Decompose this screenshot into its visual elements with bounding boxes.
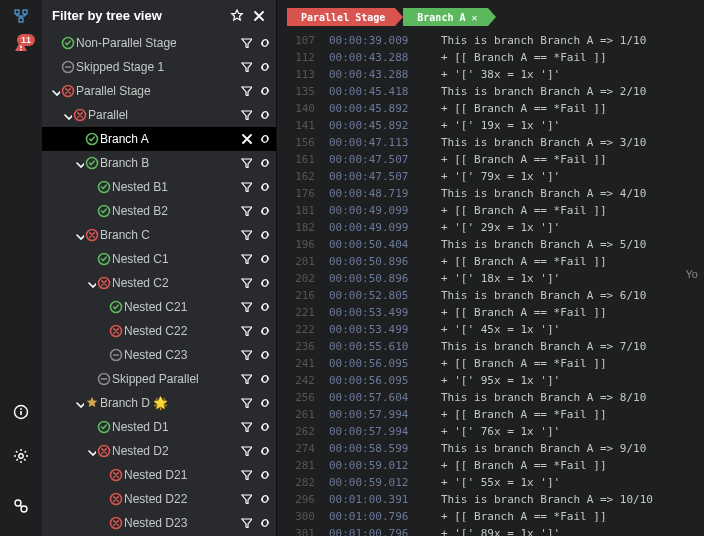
- link-chain-icon[interactable]: [13, 498, 29, 528]
- chevron-down-icon[interactable]: [74, 158, 84, 168]
- tree-row[interactable]: Skipped Stage 1: [42, 55, 276, 79]
- close-icon[interactable]: [252, 9, 266, 23]
- filter-icon[interactable]: [240, 468, 252, 483]
- link-icon[interactable]: [258, 420, 270, 435]
- link-icon[interactable]: [258, 60, 270, 75]
- link-icon[interactable]: [258, 252, 270, 267]
- tree-row[interactable]: Nested B2: [42, 199, 276, 223]
- timestamp: 00:00:50.896: [329, 253, 427, 270]
- breadcrumb-label: Branch A: [417, 12, 465, 23]
- filter-icon[interactable]: [240, 516, 252, 531]
- chevron-down-icon[interactable]: [86, 278, 96, 288]
- filter-icon[interactable]: [240, 180, 252, 195]
- filter-icon[interactable]: [240, 108, 252, 123]
- line-number: 296: [287, 491, 315, 508]
- tree-row[interactable]: Nested B1: [42, 175, 276, 199]
- link-icon[interactable]: [258, 372, 270, 387]
- link-icon[interactable]: [258, 324, 270, 339]
- close-icon[interactable]: ✕: [471, 12, 477, 23]
- link-icon[interactable]: [258, 492, 270, 507]
- timestamp: 00:00:47.113: [329, 134, 427, 151]
- gear-icon[interactable]: [13, 448, 29, 478]
- timestamp: 00:00:53.499: [329, 321, 427, 338]
- tree-row[interactable]: Parallel Stage: [42, 79, 276, 103]
- link-icon[interactable]: [258, 108, 270, 123]
- tree-item-label: Nested D23: [124, 516, 240, 530]
- alerts-icon[interactable]: 11: [13, 38, 29, 68]
- link-icon[interactable]: [258, 348, 270, 363]
- tree-row[interactable]: Nested D21: [42, 463, 276, 487]
- status-ok-icon: [96, 204, 112, 218]
- link-icon[interactable]: [258, 468, 270, 483]
- tree-item-label: Nested D1: [112, 420, 240, 434]
- close-icon[interactable]: [240, 132, 252, 147]
- log-output[interactable]: 10700:00:39.009This is branch Branch A =…: [287, 32, 694, 536]
- filter-icon[interactable]: [240, 228, 252, 243]
- chevron-down-icon[interactable]: [74, 398, 84, 408]
- filter-icon[interactable]: [240, 60, 252, 75]
- filter-icon[interactable]: [240, 276, 252, 291]
- filter-icon[interactable]: [240, 348, 252, 363]
- tree-row[interactable]: Nested C23: [42, 343, 276, 367]
- breadcrumb-segment[interactable]: Parallel Stage: [287, 8, 395, 26]
- filter-icon[interactable]: [240, 252, 252, 267]
- tree-row[interactable]: Branch B: [42, 151, 276, 175]
- filter-icon[interactable]: [240, 372, 252, 387]
- timestamp: 00:00:43.288: [329, 66, 427, 83]
- tree-row[interactable]: Skipped Parallel: [42, 367, 276, 391]
- filter-icon[interactable]: [240, 396, 252, 411]
- filter-icon[interactable]: [240, 420, 252, 435]
- link-icon[interactable]: [258, 228, 270, 243]
- filter-icon[interactable]: [240, 36, 252, 51]
- filter-icon[interactable]: [240, 444, 252, 459]
- filter-icon[interactable]: [240, 324, 252, 339]
- filter-icon[interactable]: [240, 204, 252, 219]
- filter-icon[interactable]: [240, 84, 252, 99]
- tree-row[interactable]: Nested D22: [42, 487, 276, 511]
- link-icon[interactable]: [258, 396, 270, 411]
- link-icon[interactable]: [258, 516, 270, 531]
- tree-row[interactable]: Non-Parallel Stage: [42, 31, 276, 55]
- tree-row[interactable]: Branch A: [42, 127, 276, 151]
- chevron-down-icon[interactable]: [62, 110, 72, 120]
- filter-icon[interactable]: [240, 492, 252, 507]
- tree-row[interactable]: Branch D 🌟: [42, 391, 276, 415]
- filter-icon[interactable]: [240, 300, 252, 315]
- tree-row[interactable]: Nested D23: [42, 511, 276, 535]
- log-message: + '[' 89x = 1x ']': [441, 525, 560, 536]
- timestamp: 00:00:50.896: [329, 270, 427, 287]
- link-icon[interactable]: [258, 204, 270, 219]
- log-line: 28100:00:59.012+ [[ Branch A == *Fail ]]: [287, 457, 694, 474]
- tree-item-label: Nested D22: [124, 492, 240, 506]
- timestamp: 00:00:50.404: [329, 236, 427, 253]
- tree-row[interactable]: Nested C21: [42, 295, 276, 319]
- chevron-down-icon[interactable]: [74, 230, 84, 240]
- link-icon[interactable]: [258, 300, 270, 315]
- tree-row[interactable]: Nested C2: [42, 271, 276, 295]
- timestamp: 00:01:00.796: [329, 508, 427, 525]
- chevron-down-icon[interactable]: [86, 446, 96, 456]
- link-icon[interactable]: [258, 444, 270, 459]
- link-icon[interactable]: [258, 36, 270, 51]
- timestamp: 00:00:45.892: [329, 117, 427, 134]
- tree-body[interactable]: Non-Parallel StageSkipped Stage 1Paralle…: [42, 31, 276, 536]
- tree-row[interactable]: Nested D1: [42, 415, 276, 439]
- log-message: This is branch Branch A => 5/10: [441, 236, 646, 253]
- link-icon[interactable]: [258, 156, 270, 171]
- link-icon[interactable]: [258, 132, 270, 147]
- info-icon[interactable]: [13, 404, 29, 434]
- tree-row[interactable]: Nested C22: [42, 319, 276, 343]
- link-icon[interactable]: [258, 180, 270, 195]
- link-icon[interactable]: [258, 276, 270, 291]
- tree-row[interactable]: Nested D2: [42, 439, 276, 463]
- tree-row[interactable]: Parallel: [42, 103, 276, 127]
- link-icon[interactable]: [258, 84, 270, 99]
- chevron-down-icon[interactable]: [50, 86, 60, 96]
- tree-row[interactable]: Branch C: [42, 223, 276, 247]
- log-message: + [[ Branch A == *Fail ]]: [441, 406, 607, 423]
- breadcrumb-segment[interactable]: Branch A✕: [403, 8, 487, 26]
- tree-row[interactable]: Nested C1: [42, 247, 276, 271]
- line-number: 182: [287, 219, 315, 236]
- filter-icon[interactable]: [240, 156, 252, 171]
- star-icon[interactable]: [230, 9, 244, 23]
